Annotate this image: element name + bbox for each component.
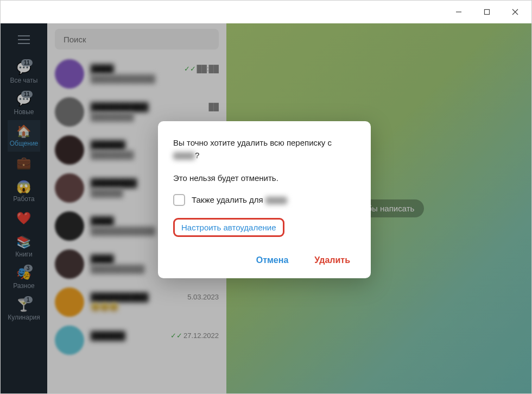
- configure-autodelete-link[interactable]: Настроить автоудаление: [173, 218, 284, 237]
- dialog-message-2: Это нельзя будет отменить.: [173, 172, 356, 184]
- dialog-message-1: Вы точно хотите удалить всю переписку с …: [173, 136, 356, 162]
- window-titlebar: [1, 1, 531, 23]
- cancel-button[interactable]: Отмена: [251, 252, 294, 268]
- svg-rect-1: [485, 10, 490, 15]
- blurred-contact-name: [265, 197, 287, 204]
- delete-history-dialog: Вы точно хотите удалить всю переписку с …: [158, 121, 371, 278]
- delete-for-both-checkbox[interactable]: [173, 194, 185, 206]
- maximize-button[interactable]: [475, 4, 499, 20]
- delete-button[interactable]: Удалить: [309, 252, 356, 268]
- close-button[interactable]: [503, 4, 527, 20]
- minimize-button[interactable]: [447, 4, 471, 20]
- delete-for-both-row[interactable]: Также удалить для: [173, 194, 356, 206]
- delete-for-both-label: Также удалить для: [192, 195, 287, 204]
- blurred-contact-name: [173, 152, 195, 160]
